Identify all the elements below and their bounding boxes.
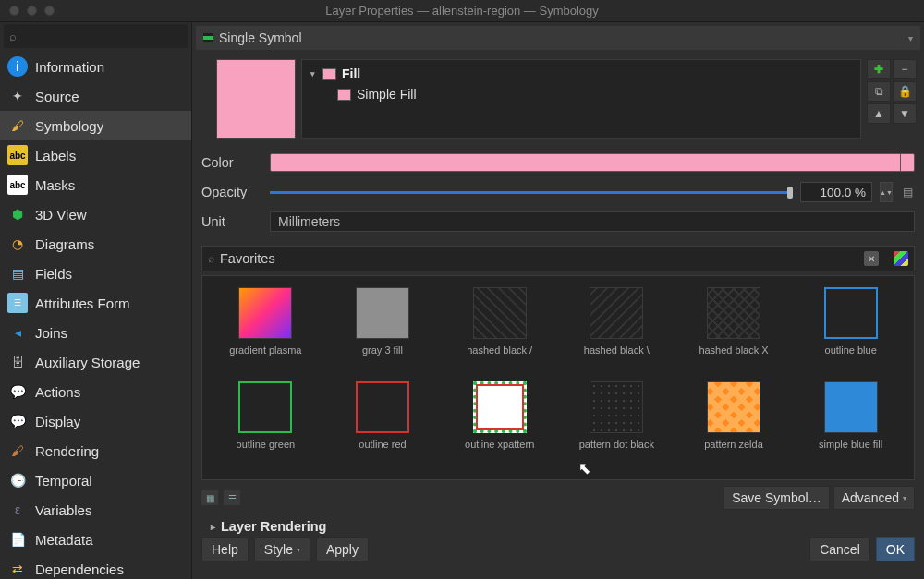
- favorites-search-bar[interactable]: ⌕ Favorites ✕: [201, 246, 915, 271]
- gallery-item-pattern-dot-black[interactable]: pattern dot black: [561, 381, 673, 450]
- sidebar-item-rendering[interactable]: 🖌 Rendering: [0, 436, 191, 465]
- main-panel: Single Symbol ▾ ▾ Fill Simple Fill ✚ −: [192, 22, 924, 579]
- tree-row-simple-fill[interactable]: Simple Fill: [308, 84, 855, 104]
- advanced-button[interactable]: Advanced ▾: [833, 486, 915, 510]
- lock-symbol-layer-button[interactable]: 🔒: [893, 81, 917, 102]
- tree-row-fill[interactable]: ▾ Fill: [308, 64, 855, 84]
- sidebar-item-3dview[interactable]: ⬢ 3D View: [0, 199, 191, 229]
- dependencies-icon: ⇄: [7, 559, 28, 579]
- sidebar-item-label: Fields: [35, 266, 72, 282]
- button-label: Style: [264, 542, 293, 557]
- swatch-label: pattern zelda: [704, 439, 763, 450]
- sidebar-item-source[interactable]: ✦ Source: [0, 81, 191, 111]
- sidebar-item-dependencies[interactable]: ⇄ Dependencies: [0, 554, 191, 579]
- simple-fill-swatch-icon: [337, 89, 351, 101]
- move-up-button[interactable]: ▲: [867, 103, 891, 124]
- swatch-preview: [356, 287, 409, 339]
- button-label: Apply: [326, 542, 359, 557]
- info-icon: i: [7, 56, 28, 77]
- layer-rendering-header[interactable]: Layer Rendering: [211, 519, 915, 534]
- gallery-item-gray-3-fill[interactable]: gray 3 fill: [327, 287, 439, 356]
- save-symbol-button[interactable]: Save Symbol…: [723, 486, 829, 510]
- rendering-icon: 🖌: [7, 440, 28, 461]
- symbol-type-select[interactable]: Single Symbol ▾: [196, 26, 920, 50]
- gallery-item-hashed-black-slash[interactable]: hashed black /: [444, 287, 555, 356]
- swatch-preview: [824, 381, 878, 433]
- help-button[interactable]: Help: [201, 537, 249, 561]
- sidebar-item-diagrams[interactable]: ◔ Diagrams: [0, 229, 191, 259]
- swatch-preview: [590, 381, 643, 433]
- unit-value: Millimeters: [278, 214, 340, 229]
- button-label: Advanced: [842, 490, 899, 505]
- ok-button[interactable]: OK: [876, 537, 915, 561]
- sidebar-item-label: Source: [35, 89, 79, 104]
- sidebar-item-variables[interactable]: ε Variables: [0, 495, 191, 525]
- sidebar-search-input[interactable]: ⌕: [4, 24, 188, 48]
- sidebar-item-label: Auxiliary Storage: [35, 355, 140, 370]
- list-view-button[interactable]: ☰: [224, 490, 240, 505]
- swatch-label: outline xpattern: [465, 439, 534, 450]
- gallery-item-gradient-plasma[interactable]: gradient plasma: [210, 287, 322, 356]
- gallery-item-hashed-black-x[interactable]: hashed black X: [678, 287, 790, 356]
- form-icon: ☰: [7, 293, 28, 313]
- gallery-item-outline-xpattern[interactable]: outline xpattern: [444, 381, 555, 450]
- sidebar-item-joins[interactable]: ◂ Joins: [0, 318, 191, 347]
- duplicate-symbol-layer-button[interactable]: ⧉: [867, 81, 891, 102]
- opacity-data-defined-button[interactable]: ▤: [900, 186, 915, 199]
- add-symbol-layer-button[interactable]: ✚: [867, 59, 891, 79]
- sidebar-item-temporal[interactable]: 🕒 Temporal: [0, 465, 191, 495]
- opacity-value-input[interactable]: 100.0 %: [800, 182, 872, 202]
- clear-search-button[interactable]: ✕: [864, 251, 879, 266]
- gallery-item-hashed-black-backslash[interactable]: hashed black \: [561, 287, 673, 356]
- titlebar: Layer Properties — allenstein-region — S…: [0, 0, 924, 22]
- sidebar-item-information[interactable]: i Information: [0, 52, 191, 81]
- grid-view-button[interactable]: ▦: [201, 490, 218, 505]
- gallery-item-outline-red[interactable]: outline red: [327, 381, 439, 450]
- sidebar-item-label: Temporal: [35, 473, 92, 489]
- expand-icon[interactable]: ▾: [308, 69, 317, 78]
- sidebar-item-label: Metadata: [35, 532, 93, 548]
- sidebar-item-label: Dependencies: [35, 561, 124, 577]
- sidebar-item-label: Variables: [35, 502, 91, 518]
- sidebar-item-fields[interactable]: ▤ Fields: [0, 259, 191, 288]
- move-down-button[interactable]: ▼: [893, 103, 917, 124]
- sidebar-item-label: Joins: [35, 325, 67, 341]
- sidebar-item-labels[interactable]: abc Labels: [0, 140, 191, 170]
- opacity-spinner[interactable]: ▲▼: [880, 182, 893, 202]
- sidebar-item-masks[interactable]: abc Masks: [0, 170, 191, 199]
- symbol-layer-tree[interactable]: ▾ Fill Simple Fill: [301, 59, 861, 139]
- unit-select[interactable]: Millimeters: [270, 211, 915, 232]
- unit-label: Unit: [201, 214, 262, 229]
- chevron-down-icon: ▾: [297, 546, 300, 554]
- button-label: Save Symbol…: [732, 490, 821, 505]
- sidebar-item-label: Display: [35, 414, 80, 429]
- color-picker[interactable]: [270, 153, 915, 172]
- sidebar-item-metadata[interactable]: 📄 Metadata: [0, 525, 191, 554]
- sidebar-item-actions[interactable]: 💬 Actions: [0, 377, 191, 406]
- sidebar-item-display[interactable]: 💬 Display: [0, 406, 191, 436]
- style-button[interactable]: Style ▾: [254, 537, 310, 561]
- swatch-label: hashed black /: [467, 344, 532, 356]
- gallery-item-outline-green[interactable]: outline green: [210, 381, 322, 450]
- swatch-label: hashed black X: [699, 344, 768, 356]
- style-manager-icon[interactable]: [894, 251, 908, 266]
- chevron-down-icon: ▾: [903, 494, 906, 502]
- symbol-type-value: Single Symbol: [219, 30, 302, 45]
- gallery-item-outline-blue[interactable]: outline blue: [795, 287, 906, 356]
- symbol-properties: Color Opacity 100.0 % ▲▼ ▤ Unit Millimet…: [192, 146, 924, 242]
- sidebar-item-attributes-form[interactable]: ☰ Attributes Form: [0, 288, 191, 318]
- swatch-label: gradient plasma: [229, 344, 301, 356]
- sidebar-list: i Information ✦ Source 🖌 Symbology abc L…: [0, 50, 191, 579]
- opacity-slider[interactable]: [270, 183, 793, 201]
- slider-thumb-icon[interactable]: [787, 187, 793, 199]
- cancel-button[interactable]: Cancel: [809, 537, 870, 561]
- style-gallery[interactable]: gradient plasma gray 3 fill hashed black…: [201, 275, 915, 480]
- sidebar-item-auxiliary-storage[interactable]: 🗄 Auxiliary Storage: [0, 347, 191, 377]
- section-title: Layer Rendering: [221, 519, 326, 534]
- sidebar-item-symbology[interactable]: 🖌 Symbology: [0, 111, 191, 140]
- gallery-item-pattern-zelda[interactable]: pattern zelda: [678, 381, 790, 450]
- symbology-icon: 🖌: [7, 115, 28, 136]
- gallery-item-simple-blue-fill[interactable]: simple blue fill: [795, 381, 906, 450]
- remove-symbol-layer-button[interactable]: −: [893, 59, 917, 79]
- apply-button[interactable]: Apply: [316, 537, 369, 561]
